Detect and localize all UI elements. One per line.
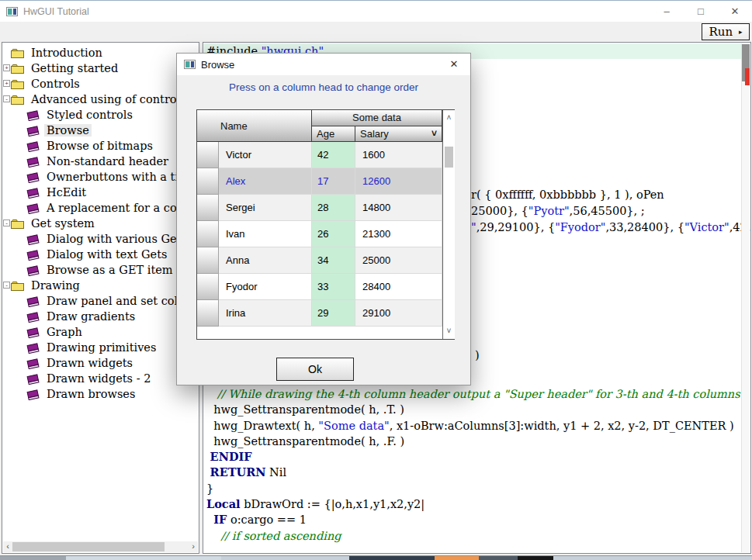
code-segment-com: // While drawing the 4-th column header … — [217, 388, 740, 400]
cell-name[interactable]: Anna — [219, 247, 312, 274]
column-header-age[interactable]: Age — [312, 126, 355, 142]
dialog-titlebar[interactable]: Browse ✕ — [177, 54, 470, 75]
tree-item-label: Browse of bitmaps — [44, 140, 155, 152]
window-title: HwGUI Tutorial — [23, 6, 89, 17]
tree-item-browse-of-bitmaps[interactable]: Browse of bitmaps — [2, 138, 199, 154]
tree-item-drawing-primitives[interactable]: Drawing primitives — [2, 340, 199, 355]
tree-item-label: Dialog with text Gets — [44, 248, 169, 261]
scroll-left-icon[interactable]: ‹ — [3, 541, 12, 552]
cell-name[interactable]: Ivan — [219, 221, 312, 247]
maximize-button[interactable]: □ — [684, 1, 718, 22]
row-selector-cell[interactable] — [197, 274, 219, 300]
app-icon — [6, 7, 18, 16]
cell-age[interactable]: 26 — [312, 221, 355, 247]
tree-item-label: Non-standard header — [44, 155, 171, 168]
tree-hscroll-thumb[interactable] — [12, 542, 165, 551]
tree-item-getting-started[interactable]: +Getting started — [2, 60, 199, 76]
cell-salary[interactable]: 29100 — [355, 300, 442, 327]
folder-icon — [11, 79, 25, 89]
tree-item-label: Advanced using of controls — [29, 93, 189, 105]
column-order-hint: Press on a column head to change order — [177, 81, 470, 93]
collapse-minus-icon[interactable]: - — [3, 95, 10, 102]
cell-age[interactable]: 34 — [312, 247, 355, 274]
cell-name[interactable]: Sergei — [219, 195, 312, 221]
cell-name[interactable]: Irina — [219, 300, 312, 327]
tree-item-drawn-widgets-2[interactable]: Drawn widgets - 2 — [2, 371, 199, 386]
cell-age[interactable]: 28 — [312, 195, 355, 221]
cell-age[interactable]: 17 — [312, 168, 355, 195]
cell-salary[interactable]: 25000 — [355, 247, 442, 274]
tree-item-dialog-with-text-gets[interactable]: Dialog with text Gets — [2, 247, 199, 262]
row-selector-cell[interactable] — [197, 300, 219, 327]
cell-name[interactable]: Victor — [219, 142, 312, 168]
scroll-up-icon[interactable]: ˄ — [443, 112, 455, 123]
table-row-alex[interactable]: Alex1712600 — [197, 168, 442, 195]
scroll-down-icon[interactable]: ˅ — [443, 326, 455, 337]
tree-item-graph[interactable]: Graph — [2, 324, 199, 340]
row-selector-cell[interactable] — [197, 195, 219, 221]
close-button[interactable]: ✕ — [718, 1, 752, 22]
code-segment-plain — [206, 388, 217, 400]
editor-vertical-scrollbar[interactable] — [741, 43, 750, 552]
cell-age[interactable]: 42 — [312, 142, 355, 168]
table-row-victor[interactable]: Victor421600 — [197, 142, 442, 168]
collapse-minus-icon[interactable]: - — [3, 220, 10, 226]
cell-name[interactable]: Fyodor — [219, 274, 312, 300]
run-button[interactable]: Run ▸ — [702, 23, 750, 40]
row-selector-cell[interactable] — [197, 168, 219, 195]
tree-item-draw-panel-and-set-colors[interactable]: Draw panel and set colors — [2, 293, 199, 309]
dialog-title: Browse — [201, 59, 234, 71]
tree-item-drawing[interactable]: -Drawing — [2, 278, 199, 293]
expand-plus-icon[interactable]: + — [3, 64, 10, 71]
code-line: ENDIF — [206, 449, 740, 465]
tree-item-browse[interactable]: Browse — [2, 123, 199, 138]
table-row-ivan[interactable]: Ivan2621300 — [197, 221, 442, 247]
tree-item-draw-gradients[interactable]: Draw gradients — [2, 309, 199, 324]
cell-salary[interactable]: 21300 — [355, 221, 442, 247]
taskbar-segment — [518, 556, 553, 560]
tree-item-styled-controls[interactable]: Styled controls — [2, 107, 199, 123]
code-segment-str: " — [471, 221, 476, 233]
ok-button[interactable]: Ok — [276, 358, 354, 381]
row-selector-cell[interactable] — [197, 221, 219, 247]
cell-age[interactable]: 29 — [312, 300, 355, 327]
tree-item-advanced-using-of-controls[interactable]: -Advanced using of controls — [2, 92, 199, 107]
table-row-fyodor[interactable]: Fyodor3328400 — [197, 274, 442, 300]
tree-item-ownerbuttons-with-a-time[interactable]: Ownerbuttons with a time — [2, 169, 199, 185]
minimize-button[interactable]: – — [650, 1, 684, 22]
cell-salary[interactable]: 14800 — [355, 195, 442, 221]
column-header-salary[interactable]: ˅ Salary — [355, 126, 442, 142]
cell-salary[interactable]: 12600 — [355, 168, 442, 195]
expand-plus-icon[interactable]: + — [3, 80, 10, 87]
tree-item-dialog-with-various-gets[interactable]: Dialog with various Gets — [2, 231, 199, 247]
tree-item-drawn-browses[interactable]: Drawn browses — [2, 386, 199, 402]
tree-item-drawn-widgets[interactable]: Drawn widgets — [2, 355, 199, 371]
cell-salary[interactable]: 28400 — [355, 274, 442, 300]
cell-salary[interactable]: 1600 — [355, 142, 442, 168]
table-row-sergei[interactable]: Sergei2814800 — [197, 195, 442, 221]
table-row-anna[interactable]: Anna3425000 — [197, 247, 442, 274]
column-header-name[interactable]: Name — [197, 110, 312, 142]
browse-table[interactable]: Name Some data Age ˅ Salary Victor421600… — [196, 109, 455, 340]
table-vertical-scrollbar[interactable]: ˄ ˅ — [442, 110, 455, 339]
taskbar-segment — [349, 556, 435, 560]
tree-item-non-standard-header[interactable]: Non-standard header — [2, 154, 199, 169]
cell-name[interactable]: Alex — [219, 168, 312, 195]
collapse-minus-icon[interactable]: - — [3, 282, 10, 289]
cell-age[interactable]: 33 — [312, 274, 355, 300]
row-selector-cell[interactable] — [197, 247, 219, 274]
tree-item-get-system[interactable]: -Get system — [2, 216, 199, 231]
scroll-right-icon[interactable]: › — [189, 541, 198, 552]
table-row-irina[interactable]: Irina2929100 — [197, 300, 442, 327]
tree-item-hcedit[interactable]: HcEdit — [2, 185, 199, 200]
row-selector-cell[interactable] — [197, 142, 219, 168]
tree-item-browse-as-a-get-item[interactable]: Browse as a GET item — [2, 262, 199, 278]
tree-item-introduction[interactable]: Introduction — [2, 45, 199, 60]
tree-item-controls[interactable]: +Controls — [2, 76, 199, 92]
dialog-close-button[interactable]: ✕ — [438, 54, 470, 75]
tree-horizontal-scrollbar[interactable]: ‹ › — [3, 541, 198, 552]
tree-item-a-replacement-for-a-coloriz[interactable]: A replacement for a coloriz — [2, 200, 199, 216]
table-vscroll-thumb[interactable] — [445, 147, 453, 168]
super-header-some-data[interactable]: Some data — [312, 110, 442, 126]
code-segment-plain: ) — [475, 349, 480, 361]
